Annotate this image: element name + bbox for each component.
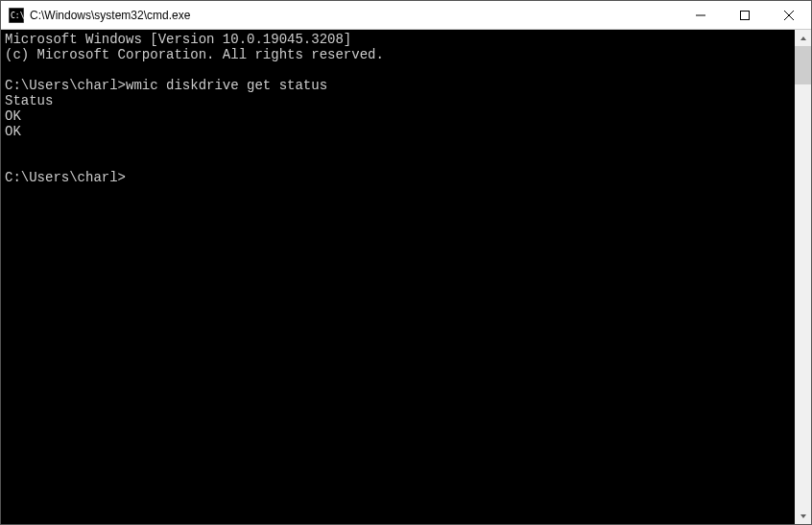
terminal-output[interactable]: Microsoft Windows [Version 10.0.19045.32… [1,30,795,524]
terminal-line: C:\Users\charl>wmic diskdrive get status [5,78,795,93]
terminal-line [5,155,795,170]
titlebar[interactable]: C:\ C:\Windows\system32\cmd.exe [1,1,811,30]
terminal-line: (c) Microsoft Corporation. All rights re… [5,47,795,62]
window-controls [679,1,811,29]
terminal-line [5,139,795,155]
scroll-up-button[interactable] [795,30,811,46]
minimize-button[interactable] [679,1,723,29]
svg-text:C:\: C:\ [11,12,24,20]
terminal-line: OK [5,124,795,139]
vertical-scrollbar[interactable] [795,30,811,524]
window-title: C:\Windows\system32\cmd.exe [30,9,679,22]
svg-rect-3 [741,11,750,19]
terminal-line: C:\Users\charl> [5,170,795,185]
terminal-line: OK [5,108,795,124]
scroll-track[interactable] [795,46,811,508]
cmd-window: C:\ C:\Windows\system32\cmd.exe Microsof… [0,0,812,525]
terminal-line: Microsoft Windows [Version 10.0.19045.32… [5,32,795,47]
maximize-button[interactable] [723,1,767,29]
terminal-line: Status [5,93,795,108]
scroll-thumb[interactable] [795,46,811,84]
close-button[interactable] [767,1,811,29]
cmd-icon: C:\ [9,8,24,23]
svg-marker-6 [800,36,806,40]
terminal-area: Microsoft Windows [Version 10.0.19045.32… [1,30,811,524]
svg-marker-7 [800,514,806,518]
scroll-down-button[interactable] [795,508,811,524]
terminal-line [5,62,795,78]
